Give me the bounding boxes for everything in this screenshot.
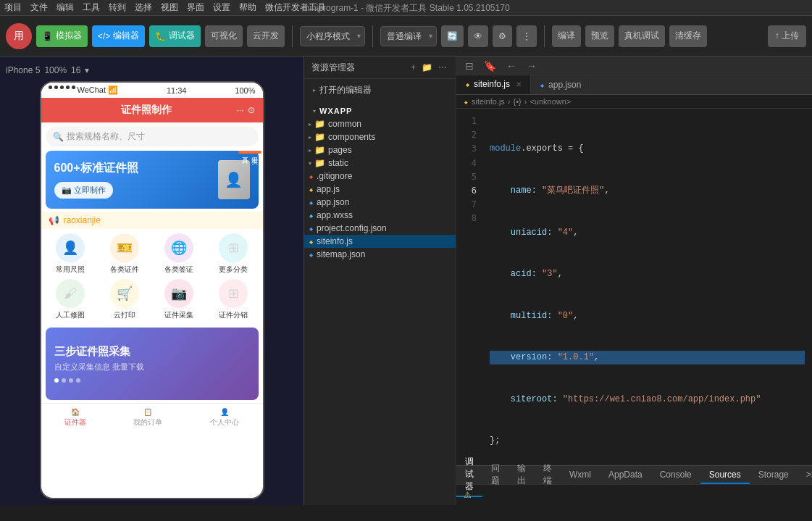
- menu-item-view[interactable]: 视图: [161, 1, 178, 14]
- editor-toolbar-bookmark[interactable]: 🔖: [481, 59, 499, 73]
- new-file-button[interactable]: +: [409, 61, 417, 74]
- bottom-nav-profile[interactable]: 👤 个人中心: [210, 408, 239, 428]
- file-row-siteinfo[interactable]: ⬥ siteinfo.js: [304, 235, 456, 248]
- file-row-common[interactable]: ▸ 📁 common: [304, 117, 456, 130]
- eye-button[interactable]: 👁: [468, 25, 488, 47]
- file-row-appjson[interactable]: ⬥ app.json: [304, 196, 456, 209]
- file-row-appwxss[interactable]: ⬥ app.wxss: [304, 209, 456, 222]
- simulator-icon: 📱: [42, 31, 53, 41]
- explorer-more-button[interactable]: ⋯: [437, 61, 448, 74]
- debugger-button[interactable]: 🐛 调试器: [149, 25, 201, 47]
- file-icon-projectconfig: ⬥: [309, 223, 314, 233]
- breadcrumb-symbol: {•}: [514, 97, 522, 106]
- tab-siteinfo[interactable]: ⬥ siteinfo.js ✕: [456, 75, 531, 94]
- icon-label-5: 云打印: [114, 310, 135, 320]
- icon-circle-6: 📷: [164, 279, 193, 308]
- refresh-button[interactable]: 🔄: [441, 25, 464, 47]
- menu-item-project[interactable]: 项目: [4, 1, 22, 14]
- file-row-sitemap[interactable]: ⬥ sitemap.json: [304, 248, 456, 261]
- menu-item-wechat-dev[interactable]: 微信开发者工具: [265, 1, 326, 14]
- debug-tab-sources[interactable]: Sources: [700, 467, 750, 484]
- icon-item-1[interactable]: 🎫 各类证件: [100, 233, 150, 275]
- file-row-components[interactable]: ▸ 📁 components: [304, 130, 456, 143]
- icon-item-3[interactable]: ⊞ 更多分类: [209, 233, 259, 275]
- icon-item-2[interactable]: 🌐 各类签证: [154, 233, 204, 275]
- menu-item-edit[interactable]: 编辑: [56, 1, 74, 14]
- file-name-static: static: [328, 158, 348, 168]
- promo-subtitle: 自定义采集信息 批量下载: [54, 362, 250, 372]
- project-section: ▾ WXAPP ▸ 📁 common ▸ 📁 components ▸ 📁 pa…: [304, 101, 456, 264]
- phone-status-bar: WeChat 📶 11:34 100%: [41, 83, 263, 98]
- debug-tab-appdata[interactable]: AppData: [600, 467, 651, 484]
- battery-level: 100%: [235, 86, 255, 95]
- file-row-static[interactable]: ▾ 📁 static: [304, 157, 456, 170]
- debug-tab-console[interactable]: Console: [651, 467, 700, 484]
- file-row-appjs[interactable]: ⬥ app.js: [304, 183, 456, 196]
- nav-actions: ··· ⊙: [236, 105, 255, 115]
- tab-siteinfo-close[interactable]: ✕: [516, 80, 522, 88]
- debug-tab-storage[interactable]: Storage: [750, 467, 798, 484]
- file-row-gitignore[interactable]: ⬥ .gitignore: [304, 170, 456, 183]
- compile-mode-selector: 小程序模式: [300, 26, 365, 46]
- menu-item-file[interactable]: 文件: [30, 1, 48, 14]
- compile-button[interactable]: 编译: [552, 25, 581, 47]
- window-title: miniprogram-1 - 微信开发者工具 Stable 1.05.2105…: [302, 0, 509, 16]
- icon-circle-4: 🖌: [56, 279, 85, 308]
- preview-button[interactable]: 预览: [585, 25, 614, 47]
- compile-type-select[interactable]: 普通编译: [380, 26, 437, 46]
- breadcrumb-sep2: ›: [524, 97, 527, 106]
- icon-item-0[interactable]: 👤 常用尺照: [46, 233, 96, 275]
- menu-item-select[interactable]: 选择: [135, 1, 152, 14]
- icon-item-5[interactable]: 🛒 云打印: [100, 279, 150, 320]
- icon-item-4[interactable]: 🖌 人工修图: [46, 279, 96, 320]
- menu-item-help[interactable]: 帮助: [239, 1, 256, 14]
- compile-mode-select[interactable]: 小程序模式: [300, 26, 365, 46]
- code-area[interactable]: 1 2 3 4 5 6 7 8 module.exports = { name:…: [456, 109, 812, 465]
- signal-dot-2: [54, 86, 58, 89]
- editor-toolbar-forward[interactable]: →: [524, 59, 540, 73]
- cloud-button[interactable]: 云开发: [247, 25, 285, 47]
- file-row-projectconfig[interactable]: ⬥ project.config.json: [304, 222, 456, 235]
- menu-item-settings[interactable]: 设置: [213, 1, 230, 14]
- file-name-components: components: [328, 132, 375, 142]
- bottom-nav-cert[interactable]: 🏠 证件器: [64, 408, 86, 428]
- promo-title: 三步证件照采集: [54, 345, 250, 359]
- upload-button[interactable]: ↑ 上传: [768, 25, 806, 47]
- menu-item-goto[interactable]: 转到: [109, 1, 126, 14]
- simulator-button[interactable]: 📱 模拟器: [36, 25, 88, 47]
- icon-item-7[interactable]: ⊞ 证件分销: [209, 279, 259, 320]
- bottom-tabs-row: 调试器 问题 输出 终端 Wxml AppData Console Source…: [456, 466, 812, 485]
- file-icon-appwxss: ⬥: [309, 210, 314, 220]
- editor-button[interactable]: </> 编辑器: [92, 25, 145, 47]
- icon-label-3: 更多分类: [219, 264, 248, 275]
- toolbar-right: ↑ 上传: [768, 25, 806, 47]
- code-content[interactable]: module.exports = { name: "菜鸟吧证件照", uniac…: [482, 109, 812, 465]
- visual-button[interactable]: 可视化: [205, 25, 243, 47]
- file-row-pages[interactable]: ▸ 📁 pages: [304, 143, 456, 157]
- search-bar[interactable]: 🔍 搜索规格名称、尺寸: [46, 127, 259, 146]
- file-explorer: 资源管理器 + 📁 ⋯ ▸ 打开的编辑器 ▾ WXAPP ▸ 📁 common: [304, 57, 456, 505]
- project-header[interactable]: ▾ WXAPP: [304, 104, 456, 117]
- bottom-nav-order[interactable]: 📋 我的订单: [133, 408, 162, 428]
- banner-cta-button[interactable]: 📷 立即制作: [54, 182, 113, 199]
- clean-button[interactable]: 清缓存: [669, 25, 707, 47]
- tab-appjson[interactable]: ⬥ app.json: [531, 76, 590, 93]
- menu-item-tools[interactable]: 工具: [83, 1, 100, 14]
- phone-nav-title: 证件照制作: [121, 104, 172, 117]
- new-folder-button[interactable]: 📁: [420, 61, 434, 74]
- open-editors-section: ▸ 打开的编辑器: [304, 79, 456, 101]
- line-num-6: 6: [456, 184, 482, 198]
- debug-tab-more[interactable]: >>: [798, 467, 812, 484]
- line-num-5: 5: [456, 170, 482, 184]
- open-editors-header[interactable]: ▸ 打开的编辑器: [304, 82, 456, 99]
- icon-item-6[interactable]: 📷 证件采集: [154, 279, 204, 320]
- more-button[interactable]: ⋮: [516, 25, 537, 47]
- folder-icon-common: 📁: [314, 119, 325, 129]
- menu-item-interface[interactable]: 界面: [187, 1, 204, 14]
- editor-toolbar-split[interactable]: ⊟: [462, 59, 477, 73]
- settings-button[interactable]: ⚙: [493, 25, 512, 47]
- icon-label-2: 各类签证: [164, 264, 193, 275]
- debug-tab-wxml[interactable]: Wxml: [561, 467, 600, 484]
- editor-toolbar-back[interactable]: ←: [503, 59, 519, 73]
- real-device-button[interactable]: 真机调试: [619, 25, 665, 47]
